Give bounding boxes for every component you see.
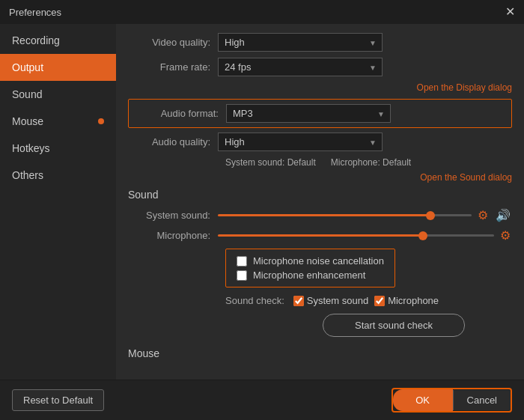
sidebar: Recording Output Sound Mouse Hotkeys Oth… xyxy=(0,24,116,380)
enhancement-checkbox[interactable] xyxy=(237,270,247,281)
mouse-dot-indicator xyxy=(98,118,104,124)
ok-cancel-group: OK Cancel xyxy=(392,388,512,413)
frame-rate-label: Frame rate: xyxy=(128,61,218,73)
system-sound-label: System sound: xyxy=(128,210,218,221)
title-bar: Preferences ✕ xyxy=(0,0,524,24)
sidebar-item-label: Output xyxy=(12,61,43,73)
preferences-window: Preferences ✕ Recording Output Sound Mou… xyxy=(0,0,524,420)
system-sound-check-item: System sound xyxy=(293,295,368,306)
sidebar-item-output[interactable]: Output xyxy=(0,54,116,81)
system-sound-row: System sound: ⚙ 🔊 xyxy=(128,208,512,222)
sound-section-title: Sound xyxy=(128,189,512,201)
audio-format-select[interactable]: MP3 xyxy=(226,104,391,123)
noise-cancellation-checkbox[interactable] xyxy=(237,256,247,267)
system-sound-gear-icon[interactable]: ⚙ xyxy=(476,208,490,222)
sidebar-item-label: Recording xyxy=(12,34,60,46)
microphone-options-section: Microphone noise cancellation Microphone… xyxy=(225,249,512,287)
system-sound-slider[interactable] xyxy=(218,214,472,216)
frame-rate-select-wrapper: 24 fps xyxy=(218,58,383,76)
noise-cancellation-row: Microphone noise cancellation xyxy=(237,255,384,267)
system-sound-slider-container: ⚙ 🔊 xyxy=(218,208,512,222)
reset-to-default-button[interactable]: Reset to Default xyxy=(12,389,104,411)
start-sound-check-container: Start sound check xyxy=(225,314,512,337)
sound-check-label: Sound check: xyxy=(225,295,284,306)
video-quality-row: Video quality: High xyxy=(128,33,512,52)
audio-format-select-wrapper: MP3 xyxy=(226,104,391,123)
microphone-status: Microphone: Default xyxy=(331,157,411,168)
sidebar-item-recording[interactable]: Recording xyxy=(0,27,116,54)
video-quality-select-wrapper: High xyxy=(218,33,383,52)
window-title: Preferences xyxy=(9,7,61,18)
microphone-label: Microphone: xyxy=(128,230,218,241)
main-panel: Video quality: High Frame rate: 24 fps O… xyxy=(116,24,524,380)
sidebar-item-label: Hotkeys xyxy=(12,142,50,154)
microphone-checkboxes-box: Microphone noise cancellation Microphone… xyxy=(225,249,395,287)
open-sound-dialog-link[interactable]: Open the Sound dialog xyxy=(128,172,512,183)
microphone-check-item: Microphone xyxy=(374,295,439,306)
system-sound-speaker-icon[interactable]: 🔊 xyxy=(494,208,512,222)
sound-check-row: Sound check: System sound Microphone xyxy=(225,295,512,306)
sound-status-row: System sound: Default Microphone: Defaul… xyxy=(128,157,512,168)
sidebar-item-label: Mouse xyxy=(12,115,43,127)
frame-rate-row: Frame rate: 24 fps xyxy=(128,58,512,76)
sidebar-item-mouse[interactable]: Mouse xyxy=(0,108,116,135)
content-area: Recording Output Sound Mouse Hotkeys Oth… xyxy=(0,24,524,380)
audio-quality-row: Audio quality: High xyxy=(128,133,512,151)
sidebar-item-label: Sound xyxy=(12,88,42,100)
audio-quality-label: Audio quality: xyxy=(128,136,218,147)
microphone-check-checkbox[interactable] xyxy=(374,296,385,306)
enhancement-label: Microphone enhancement xyxy=(253,270,365,281)
audio-quality-select-wrapper: High xyxy=(218,133,383,151)
audio-format-row: Audio format: MP3 xyxy=(136,104,504,123)
mouse-section-title: Mouse xyxy=(128,347,512,359)
open-display-dialog-link[interactable]: Open the Display dialog xyxy=(128,82,512,93)
sidebar-item-others[interactable]: Others xyxy=(0,162,116,189)
sidebar-item-hotkeys[interactable]: Hotkeys xyxy=(0,135,116,162)
system-sound-status: System sound: Default xyxy=(225,157,316,168)
audio-format-box: Audio format: MP3 xyxy=(128,99,512,128)
sidebar-item-sound[interactable]: Sound xyxy=(0,81,116,108)
system-sound-check-checkbox[interactable] xyxy=(293,296,304,306)
system-sound-check-label: System sound xyxy=(307,295,368,306)
microphone-check-label: Microphone xyxy=(388,295,439,306)
ok-button[interactable]: OK xyxy=(393,389,453,411)
enhancement-row: Microphone enhancement xyxy=(237,270,384,281)
audio-quality-select[interactable]: High xyxy=(218,133,383,151)
cancel-button[interactable]: Cancel xyxy=(453,390,511,410)
footer: Reset to Default OK Cancel xyxy=(0,380,524,420)
microphone-gear-icon[interactable]: ⚙ xyxy=(499,228,512,243)
microphone-row: Microphone: ⚙ xyxy=(128,228,512,243)
frame-rate-select[interactable]: 24 fps xyxy=(218,58,383,76)
microphone-slider-container: ⚙ xyxy=(218,228,512,243)
start-sound-check-button[interactable]: Start sound check xyxy=(323,314,465,337)
sidebar-item-label: Others xyxy=(12,169,43,181)
video-quality-select[interactable]: High xyxy=(218,33,383,52)
video-quality-label: Video quality: xyxy=(128,37,218,48)
noise-cancellation-label: Microphone noise cancellation xyxy=(253,255,384,267)
audio-format-label: Audio format: xyxy=(136,108,226,119)
close-button[interactable]: ✕ xyxy=(505,6,515,18)
microphone-slider[interactable] xyxy=(218,234,494,237)
